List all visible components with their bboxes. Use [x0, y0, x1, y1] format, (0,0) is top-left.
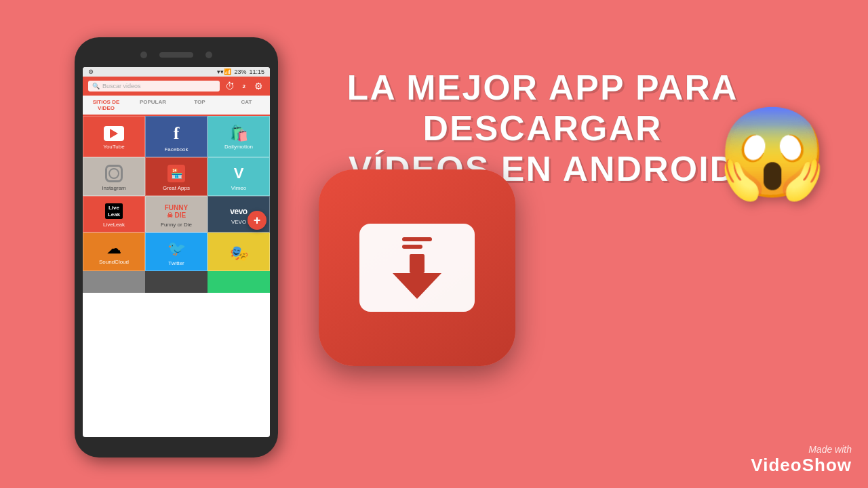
- speaker: [159, 52, 193, 58]
- status-icons: ⚙: [88, 68, 94, 75]
- app-instagram[interactable]: Instagram: [83, 157, 145, 196]
- liveleak-icon: LiveLeak: [105, 203, 123, 219]
- app-grid: YouTube f Facebook 🛍️ Dailymotion Instag…: [83, 116, 270, 271]
- download-icon-box: [359, 224, 475, 312]
- app-funnyordie[interactable]: FUNNY☠ DIE Funny or Die: [145, 196, 208, 232]
- hline-1: [402, 237, 432, 241]
- app-toolbar: 🔍 Buscar videos ⏱ 2 ⚙: [83, 77, 270, 96]
- greatapps-icon: 🏪: [167, 165, 185, 182]
- tab-cat[interactable]: CAT: [223, 96, 270, 115]
- bottom-nav-strip: [83, 271, 270, 293]
- app-dailymotion[interactable]: 🛍️ Dailymotion: [208, 116, 270, 157]
- vimeo-icon: V: [234, 165, 244, 182]
- facebook-label: Facebook: [164, 146, 188, 152]
- dailymotion-icon: 🛍️: [230, 126, 248, 141]
- notification-badge[interactable]: 2: [240, 83, 248, 90]
- menu-lines: [402, 237, 432, 249]
- tab-top[interactable]: TOP: [176, 96, 223, 115]
- bottom-cell-1: [83, 271, 145, 293]
- signal-icons: ▾▾📶: [217, 68, 231, 75]
- tab-sitios[interactable]: SITIOS DE VIDEO: [83, 96, 130, 116]
- twitter-icon: 🐦: [167, 240, 186, 258]
- app-extra[interactable]: 🎭 +: [208, 232, 270, 271]
- soundcloud-icon: ☁: [106, 241, 121, 256]
- app-soundcloud[interactable]: ☁ SoundCloud: [83, 232, 145, 271]
- settings-icon[interactable]: ⚙: [252, 80, 264, 92]
- instagram-icon: [105, 165, 123, 182]
- nav-tabs: SITIOS DE VIDEO POPULAR TOP CAT: [83, 96, 270, 116]
- arrow-head: [393, 273, 441, 299]
- watermark-made-with: Made with: [751, 444, 852, 455]
- watermark-brand: VideoShow: [751, 455, 852, 476]
- watermark: Made with VideoShow: [751, 444, 852, 476]
- facebook-icon: f: [174, 123, 180, 144]
- greatapps-label: Great Apps: [163, 185, 190, 191]
- app-facebook[interactable]: f Facebook: [145, 116, 208, 157]
- search-placeholder: Buscar videos: [102, 83, 141, 89]
- battery-pct: 23%: [234, 68, 246, 75]
- sensor-dot: [205, 52, 212, 58]
- bottom-cell-2: [145, 271, 208, 293]
- arrow-down: [393, 254, 441, 299]
- app-youtube[interactable]: YouTube: [83, 116, 145, 157]
- app-icon-background: [319, 169, 515, 366]
- dailymotion-label: Dailymotion: [224, 144, 253, 150]
- youtube-label: YouTube: [103, 144, 124, 150]
- arrow-stem: [410, 254, 425, 273]
- vimeo-label: Vimeo: [231, 185, 247, 191]
- soundcloud-label: SoundCloud: [99, 259, 129, 265]
- scared-emoji: 😱: [717, 108, 827, 197]
- camera-dot: [140, 52, 147, 58]
- app-vimeo[interactable]: V Vimeo: [208, 157, 270, 196]
- search-box[interactable]: 🔍 Buscar videos: [88, 81, 220, 92]
- app-twitter[interactable]: 🐦 Twitter: [145, 232, 208, 271]
- vevo-label: VEVO: [231, 219, 246, 225]
- instagram-label: Instagram: [102, 185, 126, 191]
- app-liveleak[interactable]: LiveLeak LiveLeak: [83, 196, 145, 232]
- vevo-icon: vevo: [230, 207, 247, 216]
- status-right: ▾▾📶 23% 11:15: [217, 68, 264, 75]
- extra-icon: 🎭: [230, 245, 248, 262]
- featured-app-icon: [319, 169, 515, 366]
- phone-mockup: ⚙ ▾▾📶 23% 11:15 🔍 Buscar videos ⏱ 2: [75, 37, 278, 458]
- fab-add-button[interactable]: +: [248, 211, 267, 230]
- hline-2: [402, 245, 422, 249]
- history-icon[interactable]: ⏱: [224, 80, 236, 92]
- funnyordie-icon: FUNNY☠ DIE: [165, 204, 188, 219]
- clock: 11:15: [249, 68, 264, 75]
- search-icon: 🔍: [92, 83, 100, 89]
- liveleak-label: LiveLeak: [103, 222, 125, 228]
- headline-text-line1: LA MEJOR APP PARA DESCARGAR: [312, 68, 773, 149]
- phone-camera-bar: [83, 45, 270, 64]
- phone-screen: ⚙ ▾▾📶 23% 11:15 🔍 Buscar videos ⏱ 2: [83, 67, 270, 437]
- bottom-cell-3: [208, 271, 270, 293]
- twitter-label: Twitter: [168, 260, 184, 266]
- app-greatapps[interactable]: 🏪 Great Apps: [145, 157, 208, 196]
- youtube-icon: [104, 126, 124, 141]
- status-bar: ⚙ ▾▾📶 23% 11:15: [83, 67, 270, 77]
- funnyordie-label: Funny or Die: [161, 222, 192, 228]
- tab-popular[interactable]: POPULAR: [130, 96, 176, 115]
